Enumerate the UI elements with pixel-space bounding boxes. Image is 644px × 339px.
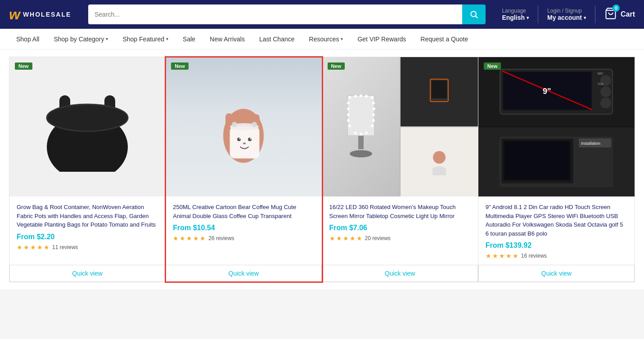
svg-point-32 <box>371 125 374 127</box>
product-image[interactable]: 9" MIC VOL Installation <box>478 57 635 196</box>
nav-item-request-a-quote[interactable]: Request a Quote <box>413 29 475 49</box>
nav-item-last-chance[interactable]: Last Chance <box>252 29 302 49</box>
new-badge: New <box>484 62 501 70</box>
svg-point-45 <box>433 151 446 164</box>
svg-point-23 <box>348 96 351 99</box>
svg-point-21 <box>252 122 257 127</box>
language-label: Language <box>502 8 529 14</box>
svg-rect-22 <box>347 95 374 136</box>
product-title: 250ML Creative Cartoon Bear Coffee Mug C… <box>173 203 314 220</box>
quick-view-button[interactable]: Quick view <box>478 265 635 282</box>
coffee-mug-image <box>207 77 279 176</box>
svg-point-35 <box>354 132 357 134</box>
new-badge: New <box>328 62 345 70</box>
nav-bar: Shop AllShop by Category▾Shop Featured▾S… <box>0 29 644 49</box>
product-stars: ★★★★★ 16 reviews <box>486 252 627 259</box>
quick-view-button[interactable]: Quick view <box>9 265 165 282</box>
star-full: ★ <box>492 252 498 259</box>
svg-point-27 <box>371 96 374 99</box>
new-badge: New <box>171 62 189 70</box>
language-selector[interactable]: Language English ▾ <box>502 8 529 21</box>
nav-item-shop-by-category[interactable]: Shop by Category▾ <box>46 29 115 49</box>
svg-point-51 <box>600 98 611 108</box>
search-icon <box>469 10 478 19</box>
star-full: ★ <box>486 252 491 259</box>
star-full: ★ <box>37 244 43 251</box>
product-info: 16/22 LED 360 Rotated Women's Makeup Tou… <box>322 196 478 265</box>
cart-icon-wrap: 0 <box>604 7 617 22</box>
svg-point-40 <box>347 102 350 104</box>
account-value: My account ▾ <box>547 14 586 21</box>
logo-text: WHOLESALE <box>23 11 71 18</box>
svg-point-42 <box>350 150 372 157</box>
product-card-2: New <box>166 57 322 282</box>
header-divider-2 <box>595 5 595 23</box>
svg-point-18 <box>250 138 252 139</box>
chevron-down-icon: ▾ <box>527 15 529 20</box>
svg-point-34 <box>360 133 362 135</box>
star-half: ★ <box>44 244 50 251</box>
header-right: Language English ▾ Login / Signup My acc… <box>502 5 635 23</box>
svg-rect-61 <box>504 142 569 179</box>
reviews-count: 20 reviews <box>365 235 391 241</box>
header-divider-1 <box>538 5 538 23</box>
reviews-count: 16 reviews <box>521 253 547 259</box>
reviews-count: 26 reviews <box>208 235 234 241</box>
nav-item-shop-featured[interactable]: Shop Featured▾ <box>115 29 176 49</box>
star-full: ★ <box>193 235 199 242</box>
svg-line-1 <box>476 16 478 18</box>
product-card-1: New Grow Bag & Root Container, NonWoven … <box>9 57 166 282</box>
nav-item-shop-all[interactable]: Shop All <box>9 29 46 49</box>
account-selector[interactable]: Login / Signup My account ▾ <box>547 8 586 21</box>
svg-point-19 <box>243 143 246 144</box>
product-info: 9" Android 8.1 2 Din Car radio HD Touch … <box>478 196 635 265</box>
svg-rect-44 <box>432 80 447 98</box>
search-bar <box>88 4 486 24</box>
language-value: English ▾ <box>502 14 529 21</box>
star-full: ★ <box>23 244 29 251</box>
svg-point-29 <box>373 107 375 110</box>
search-input[interactable] <box>88 4 462 24</box>
star-full: ★ <box>343 235 349 242</box>
star-full: ★ <box>186 235 192 242</box>
mirror-collage <box>322 57 478 196</box>
svg-text:Installation: Installation <box>581 141 600 146</box>
svg-point-24 <box>354 95 357 98</box>
svg-point-33 <box>365 132 368 134</box>
svg-point-26 <box>365 95 368 98</box>
product-price: From $139.92 <box>486 241 627 250</box>
nav-item-new-arrivals[interactable]: New Arrivals <box>203 29 252 49</box>
product-title: 16/22 LED 360 Rotated Women's Makeup Tou… <box>329 203 471 220</box>
resources-chevron-icon: ▾ <box>341 36 343 41</box>
nav-item-resources[interactable]: Resources▾ <box>302 29 351 49</box>
product-card-3: New <box>322 57 478 282</box>
product-info: 250ML Creative Cartoon Bear Coffee Mug C… <box>166 196 321 265</box>
cart-button[interactable]: 0 Cart <box>604 7 635 22</box>
product-image[interactable] <box>166 57 321 196</box>
product-price: From $10.54 <box>173 224 314 232</box>
star-full: ★ <box>506 252 512 259</box>
new-badge: New <box>15 62 32 70</box>
quick-view-button[interactable]: Quick view <box>166 265 321 282</box>
product-image[interactable] <box>322 57 478 196</box>
shop-featured-chevron-icon: ▾ <box>166 36 168 41</box>
star-full: ★ <box>180 235 185 242</box>
search-button[interactable] <box>462 4 486 24</box>
cart-label: Cart <box>621 10 635 18</box>
reviews-count: 11 reviews <box>52 244 78 250</box>
star-full: ★ <box>329 235 335 242</box>
svg-point-37 <box>347 119 350 122</box>
star-full: ★ <box>499 252 505 259</box>
product-image[interactable] <box>9 57 165 196</box>
nav-item-sale[interactable]: Sale <box>176 29 203 49</box>
star-full: ★ <box>336 235 342 242</box>
product-stars: ★★★★★ 11 reviews <box>17 244 158 251</box>
quick-view-button[interactable]: Quick view <box>322 265 478 282</box>
logo[interactable]: w WHOLESALE <box>9 6 81 23</box>
logo-w-icon: w <box>9 6 20 23</box>
account-chevron-icon: ▾ <box>584 15 586 20</box>
svg-point-38 <box>347 113 350 116</box>
star-half: ★ <box>356 235 362 242</box>
products-grid: New Grow Bag & Root Container, NonWoven … <box>9 57 635 282</box>
nav-item-get-vip-rewards[interactable]: Get VIP Rewards <box>350 29 413 49</box>
